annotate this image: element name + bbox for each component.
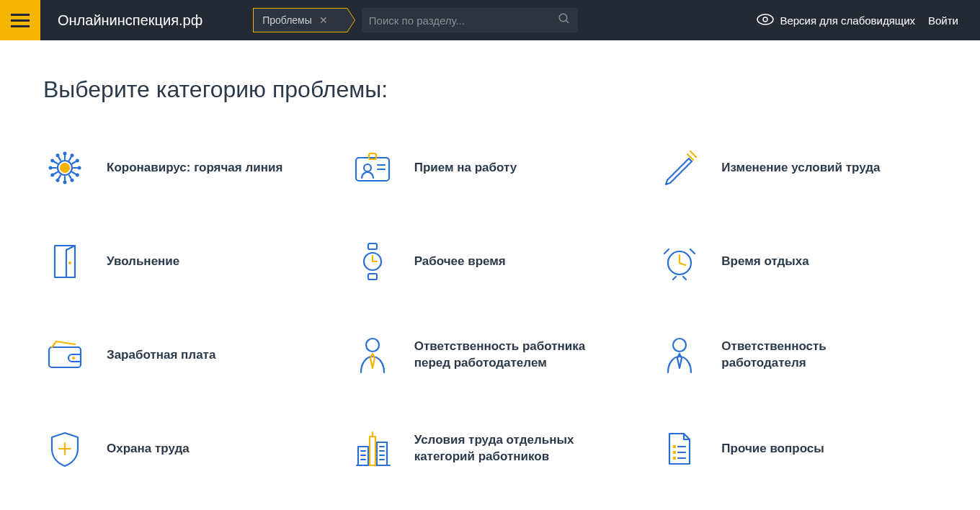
- category-label: Ответственность работодателя: [721, 339, 909, 372]
- svg-point-28: [76, 159, 79, 163]
- category-label: Охрана труда: [107, 441, 190, 457]
- svg-point-26: [71, 153, 74, 157]
- svg-point-24: [63, 152, 67, 156]
- pencil-icon: [658, 146, 701, 189]
- page-title: Выберите категорию проблемы:: [43, 76, 937, 103]
- eye-icon: [757, 14, 774, 27]
- svg-rect-38: [368, 243, 377, 249]
- category-pencil[interactable]: Изменение условий труда: [658, 146, 937, 189]
- category-buildings[interactable]: Условия труда отдельных категорий работн…: [351, 427, 630, 470]
- svg-line-46: [680, 263, 685, 265]
- category-label: Увольнение: [107, 254, 179, 270]
- svg-point-31: [364, 164, 371, 171]
- search-input[interactable]: [369, 14, 552, 27]
- svg-rect-68: [673, 445, 676, 448]
- category-id-badge[interactable]: Прием на работу: [351, 146, 630, 189]
- category-label: Заработная плата: [107, 347, 215, 364]
- person-yellow-icon: [351, 334, 394, 377]
- svg-rect-54: [377, 442, 387, 465]
- door-icon: [43, 240, 86, 283]
- buildings-icon: [351, 427, 394, 470]
- svg-line-1: [566, 20, 569, 23]
- svg-point-16: [50, 174, 54, 177]
- search-scope-tag[interactable]: Проблемы ✕: [253, 8, 347, 32]
- svg-point-3: [763, 17, 767, 22]
- category-label: Условия труда отдельных категорий работн…: [414, 432, 602, 465]
- svg-rect-39: [368, 274, 377, 279]
- svg-rect-47: [49, 347, 81, 367]
- svg-point-14: [56, 179, 60, 182]
- shield-icon: [43, 427, 86, 470]
- svg-line-44: [683, 277, 686, 279]
- watch-icon: [351, 240, 394, 283]
- svg-rect-35: [55, 246, 75, 277]
- svg-point-10: [71, 179, 74, 182]
- header: Онлайнинспекция.рф Проблемы ✕ Версия для…: [0, 0, 980, 40]
- category-grid: Коронавирус: горячая линия Прием на рабо…: [43, 146, 937, 470]
- login-link[interactable]: Войти: [928, 14, 958, 27]
- svg-point-8: [76, 174, 79, 177]
- header-right: Версия для слабовидящих Войти: [757, 14, 980, 27]
- accessibility-label: Версия для слабовидящих: [780, 14, 915, 27]
- person-blue-icon: [658, 334, 701, 377]
- category-coronavirus[interactable]: Коронавирус: горячая линия: [43, 146, 322, 189]
- svg-point-22: [56, 153, 60, 157]
- category-label: Время отдыха: [721, 254, 808, 270]
- menu-button[interactable]: [0, 0, 40, 40]
- id-badge-icon: [351, 146, 394, 189]
- wallet-icon: [43, 334, 86, 377]
- svg-line-43: [673, 277, 676, 279]
- document-icon: [658, 427, 701, 470]
- svg-point-20: [50, 159, 54, 163]
- svg-point-2: [757, 14, 773, 24]
- category-label: Рабочее время: [414, 254, 506, 270]
- svg-point-48: [72, 357, 75, 359]
- svg-rect-63: [370, 437, 375, 465]
- category-person-blue[interactable]: Ответственность работодателя: [658, 334, 937, 377]
- accessibility-link[interactable]: Версия для слабовидящих: [757, 14, 915, 27]
- category-label: Изменение условий труда: [721, 160, 880, 176]
- category-alarm[interactable]: Время отдыха: [658, 240, 937, 283]
- category-watch[interactable]: Рабочее время: [351, 240, 630, 283]
- svg-point-50: [673, 339, 686, 352]
- scope-label: Проблемы: [262, 14, 312, 26]
- category-door[interactable]: Увольнение: [43, 240, 322, 283]
- close-icon[interactable]: ✕: [319, 14, 328, 26]
- category-label: Прочие вопросы: [721, 441, 824, 457]
- coronavirus-icon: [43, 146, 86, 189]
- svg-point-36: [68, 261, 71, 264]
- search-icon[interactable]: [558, 12, 571, 28]
- category-label: Прием на работу: [414, 160, 517, 176]
- site-brand[interactable]: Онлайнинспекция.рф: [58, 12, 202, 29]
- main-content: Выберите категорию проблемы: Коронавирус…: [0, 40, 980, 506]
- svg-point-12: [63, 181, 67, 184]
- category-shield[interactable]: Охрана труда: [43, 427, 322, 470]
- category-label: Коронавирус: горячая линия: [107, 160, 282, 176]
- category-label: Ответственность работника перед работода…: [414, 339, 602, 372]
- svg-point-18: [49, 166, 53, 170]
- category-wallet[interactable]: Заработная плата: [43, 334, 322, 377]
- svg-point-49: [366, 339, 379, 352]
- search-box: [362, 8, 578, 32]
- svg-point-29: [60, 163, 70, 173]
- category-person-yellow[interactable]: Ответственность работника перед работода…: [351, 334, 630, 377]
- category-document[interactable]: Прочие вопросы: [658, 427, 937, 470]
- svg-point-0: [559, 14, 567, 22]
- hamburger-icon: [11, 14, 30, 27]
- alarm-icon: [658, 240, 701, 283]
- svg-rect-69: [673, 451, 676, 454]
- svg-point-6: [78, 166, 81, 170]
- search-area: Проблемы ✕: [253, 8, 578, 32]
- svg-rect-70: [673, 457, 676, 460]
